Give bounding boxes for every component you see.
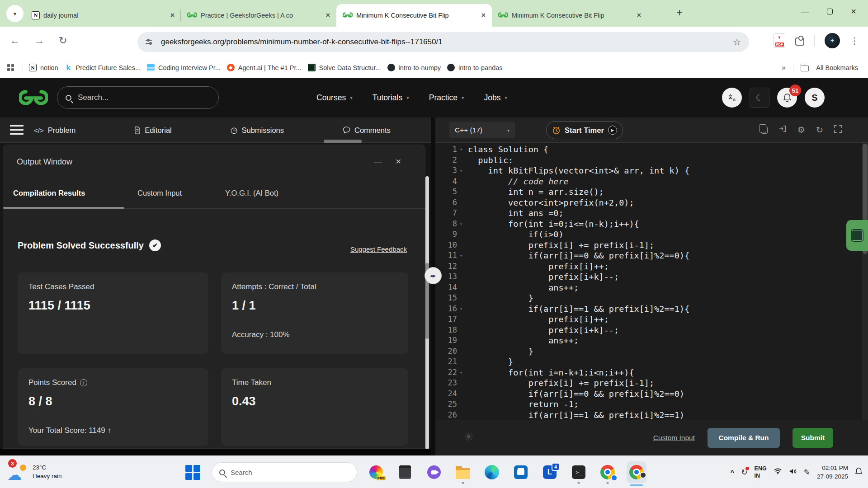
tab-search-chevron-icon[interactable]: ▾ <box>6 5 24 22</box>
site-info-icon[interactable] <box>146 38 154 46</box>
app-chrome-active-icon[interactable] <box>627 461 646 483</box>
import-code-icon[interactable] <box>778 125 787 135</box>
url-text[interactable]: geeksforgeeks.org/problems/minimum-numbe… <box>161 38 726 47</box>
info-icon[interactable]: i <box>80 379 87 386</box>
speaker-icon[interactable] <box>789 468 797 476</box>
bookmark-star-icon[interactable]: ☆ <box>733 37 741 47</box>
code-line[interactable]: 8▾ for(int i=0;i<=(n-k);i++){ <box>435 219 862 230</box>
taskbar-search-input[interactable]: Search <box>212 462 357 482</box>
forward-button[interactable]: → <box>34 35 44 47</box>
code-line[interactable]: 12 prefix[i]++; <box>435 261 862 272</box>
code-line[interactable]: 1▾class Solution { <box>435 144 862 155</box>
nav-item-tutorials[interactable]: Tutorials▾ <box>373 93 409 103</box>
tray-sync-icon[interactable]: ↻ <box>741 468 747 477</box>
code-line[interactable]: 15 } <box>435 293 862 304</box>
code-line[interactable]: 26 if(arr[i]==1 && prefix[i]%2==1) <box>435 410 862 421</box>
tab-problem[interactable]: </>Problem <box>34 126 75 135</box>
reset-code-icon[interactable]: ↻ <box>816 125 823 135</box>
browser-menu-icon[interactable]: ⋮ <box>850 35 859 46</box>
new-tab-button[interactable]: + <box>676 6 683 19</box>
user-avatar[interactable]: S <box>805 88 825 108</box>
code-line[interactable]: 11▾ if(arr[i]==0 && prefix[i]%2==0){ <box>435 250 862 261</box>
browser-tab[interactable]: Practice | GeeksforGeeks | A co× <box>181 4 336 27</box>
code-line[interactable]: 17 prefix[i]++; <box>435 314 862 325</box>
language-select[interactable]: C++ (17) ▾ <box>449 122 515 138</box>
fold-caret-icon[interactable]: ▾ <box>460 165 466 176</box>
panel-resize-handle[interactable]: ◂▸ <box>425 267 442 284</box>
browser-profile-avatar[interactable]: ✦ <box>825 33 840 48</box>
fold-caret-icon[interactable]: ▾ <box>460 144 466 155</box>
bookmark-item[interactable]: Nnotion <box>29 64 58 71</box>
apps-grid-icon[interactable] <box>7 64 14 71</box>
tray-show-hidden-icon[interactable]: ^ <box>731 469 735 476</box>
bookmarks-overflow-icon[interactable]: » <box>782 63 786 72</box>
gfg-logo-icon[interactable] <box>19 88 48 109</box>
tab-comments[interactable]: Comments <box>343 126 391 135</box>
reload-button[interactable]: ↻ <box>59 35 67 47</box>
tab-close-icon[interactable]: × <box>169 11 176 19</box>
output-minimize-icon[interactable]: — <box>374 157 382 166</box>
app-preview-icon[interactable]: PRE <box>366 459 386 486</box>
window-minimize-button[interactable]: — <box>801 7 809 16</box>
output-close-icon[interactable]: × <box>396 156 401 167</box>
suggest-feedback-link[interactable]: Suggest Feedback <box>350 245 407 253</box>
nav-item-jobs[interactable]: Jobs▾ <box>484 93 507 103</box>
code-line[interactable]: 5 int n = arr.size(); <box>435 187 862 197</box>
browser-tab[interactable]: Minimum K Consecutive Bit Flip× <box>492 4 647 27</box>
pen-icon[interactable]: ✎ <box>804 468 810 477</box>
code-line[interactable]: 14 ans++; <box>435 282 862 293</box>
code-line[interactable]: 13 prefix[i+k]--; <box>435 272 862 282</box>
app-terminal-icon[interactable]: >_ <box>569 459 589 486</box>
bookmark-item[interactable]: Agent.ai | The #1 Pr... <box>227 64 302 71</box>
panel-divider[interactable] <box>431 117 435 455</box>
back-button[interactable]: ← <box>10 35 20 47</box>
fold-caret-icon[interactable]: ▾ <box>460 250 466 261</box>
gfg-search-input[interactable]: Search... <box>57 86 219 109</box>
bookmark-item[interactable]: intro-to-numpy <box>387 64 441 71</box>
browser-tab[interactable]: Minimum K Consecutive Bit Flip× <box>336 4 492 27</box>
tab-editorial[interactable]: Editorial <box>134 126 172 135</box>
output-tab-yogi-bot[interactable]: Y.O.G.I. (AI Bot) <box>225 189 278 197</box>
app-edge-icon[interactable] <box>482 459 502 486</box>
code-line[interactable]: 4 // code here <box>435 176 862 187</box>
app-file-explorer-icon[interactable] <box>453 459 473 486</box>
app-clipchamp-icon[interactable] <box>424 459 444 486</box>
code-line[interactable]: 6 vector<int>prefix(n+2,0); <box>435 197 862 208</box>
nav-item-courses[interactable]: Courses▾ <box>316 93 353 103</box>
theme-toggle-moon-icon[interactable]: ☾ <box>750 88 769 108</box>
code-line[interactable]: 3▾ int kBitFlips(vector<int>& arr, int k… <box>435 165 862 176</box>
compile-run-button[interactable]: Compile & Run <box>708 428 780 448</box>
tab-close-icon[interactable]: × <box>480 11 487 19</box>
bookmark-item[interactable]: intro-to-pandas <box>447 64 503 71</box>
start-button[interactable] <box>183 459 203 486</box>
notifications-bell-icon[interactable]: 51 <box>777 88 797 108</box>
bookmark-item[interactable]: kPredict Future Sales... <box>65 64 141 71</box>
code-line[interactable]: 20 } <box>435 346 862 357</box>
custom-input-link[interactable]: Custom Input <box>653 434 695 442</box>
code-line[interactable]: 16▾ if(arr[i]==1 && prefix[i]%2==1){ <box>435 304 862 314</box>
code-line[interactable]: 9 if(i>0) <box>435 229 862 240</box>
app-notepad-icon[interactable] <box>395 459 415 486</box>
extensions-puzzle-icon[interactable] <box>795 38 804 46</box>
translate-icon[interactable]: A <box>722 88 742 108</box>
code-line[interactable]: 25 return -1; <box>435 399 862 410</box>
code-area[interactable]: 1▾class Solution {2 public:3▾ int kBitFl… <box>435 143 868 420</box>
output-tab-custom-input[interactable]: Custom Input <box>137 189 182 197</box>
app-ms-store-icon[interactable] <box>511 459 531 486</box>
tab-close-icon[interactable]: × <box>635 11 643 19</box>
code-line[interactable]: 2 public: <box>435 155 862 166</box>
all-bookmarks-label[interactable]: All Bookmarks <box>816 64 858 71</box>
brightness-sun-icon[interactable]: ☀ <box>463 430 474 444</box>
weather-widget[interactable]: ☁ 3 23°C Heavy rain <box>7 460 62 483</box>
fold-caret-icon[interactable]: ▾ <box>460 304 466 314</box>
code-line[interactable]: 24 if(arr[i]==0 && prefix[i]%2==0) <box>435 389 862 399</box>
code-line[interactable]: 18 prefix[i+k]--; <box>435 325 862 336</box>
nav-item-practice[interactable]: Practice▾ <box>429 93 464 103</box>
pdf-extension-icon[interactable]: PDF <box>774 33 785 48</box>
copy-code-icon[interactable] <box>761 127 768 134</box>
tab-submissions[interactable]: ◷Submissions <box>231 125 284 135</box>
fullscreen-icon[interactable] <box>834 125 842 135</box>
code-line[interactable]: 23 prefix[i] += prefix[i-1]; <box>435 378 862 389</box>
code-line[interactable]: 21 } <box>435 357 862 367</box>
wifi-icon[interactable] <box>774 468 782 476</box>
